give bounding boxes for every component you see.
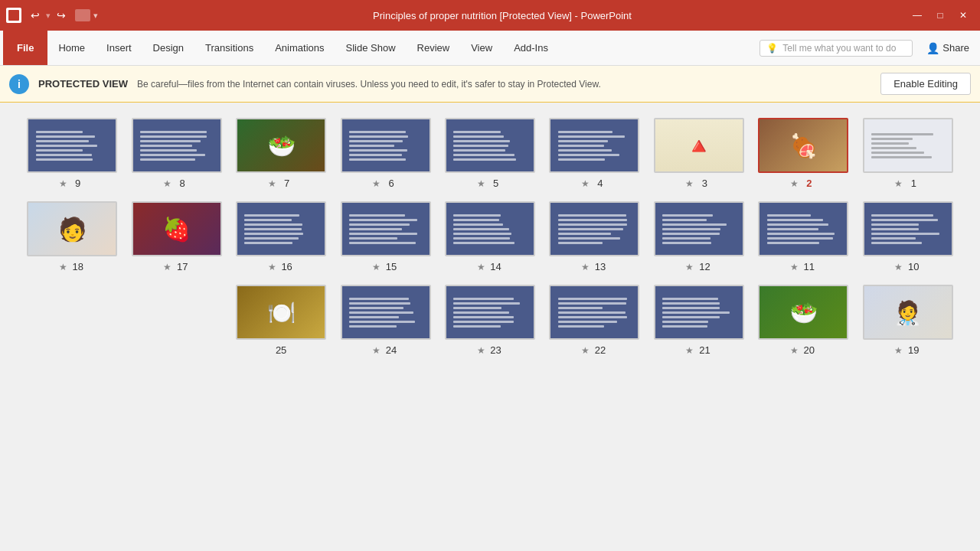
slide-thumb-9 <box>27 118 117 173</box>
slide-number: 10 <box>906 261 921 272</box>
star-icon: ★ <box>163 262 172 272</box>
undo-button[interactable]: ↩ <box>28 8 43 23</box>
slide-item-15[interactable]: ★15 <box>336 201 434 272</box>
star-icon: ★ <box>477 262 485 272</box>
slide-thumb-3: 🔺 <box>654 118 744 173</box>
tab-addins[interactable]: Add-Ins <box>503 31 559 65</box>
slide-thumb-13 <box>549 201 639 256</box>
slide-item-10[interactable]: ★10 <box>859 201 957 272</box>
slide-meta-10: ★10 <box>894 261 921 272</box>
slide-meta-24: ★24 <box>372 344 399 356</box>
slide-number: 2 <box>802 178 817 189</box>
star-icon: ★ <box>894 345 903 356</box>
slide-meta-9: ★9 <box>59 178 86 189</box>
slide-item-25[interactable]: 🍽️25 <box>232 285 330 356</box>
slide-thumb-8 <box>132 118 222 173</box>
slide-item-21[interactable]: ★21 <box>650 285 748 356</box>
slide-thumb-1 <box>863 118 953 173</box>
slide-thumb-2: 🍖 <box>758 118 848 173</box>
slide-item-18[interactable]: 🧑★18 <box>23 201 121 272</box>
window-controls: — □ ✕ <box>906 7 974 24</box>
redo-button[interactable]: ↪ <box>54 8 69 23</box>
slide-meta-1: ★1 <box>894 178 921 189</box>
slide-thumb-15 <box>341 201 431 256</box>
slide-number: 13 <box>593 261 608 272</box>
tab-home[interactable]: Home <box>47 31 96 65</box>
slide-thumb-21 <box>654 285 744 340</box>
slide-item-23[interactable]: ★23 <box>441 285 539 356</box>
slide-meta-25: 25 <box>273 344 289 356</box>
search-placeholder: Tell me what you want to do <box>782 43 896 54</box>
enable-editing-button[interactable]: Enable Editing <box>880 73 971 95</box>
tab-transitions[interactable]: Transitions <box>194 31 264 65</box>
maximize-button[interactable]: □ <box>929 7 951 24</box>
slide-item-14[interactable]: ★14 <box>441 201 539 272</box>
star-icon: ★ <box>894 178 903 189</box>
slide-item-13[interactable]: ★13 <box>545 201 643 272</box>
tab-file[interactable]: File <box>3 31 47 65</box>
star-icon: ★ <box>581 262 590 272</box>
slide-item-12[interactable]: ★12 <box>650 201 748 272</box>
slide-meta-3: ★3 <box>685 178 712 189</box>
slide-thumb-22 <box>549 285 639 340</box>
slide-thumb-5 <box>445 118 535 173</box>
slide-item-22[interactable]: ★22 <box>545 285 643 356</box>
slide-number: 4 <box>593 178 608 189</box>
slide-item-6[interactable]: ★6 <box>336 118 434 189</box>
tab-review[interactable]: Review <box>407 31 461 65</box>
star-icon: ★ <box>581 178 590 189</box>
title-bar: ↩ ▾ ↪ ▾ Principles of proper nutrition [… <box>0 0 980 31</box>
close-button[interactable]: ✕ <box>952 7 974 24</box>
tab-design[interactable]: Design <box>142 31 194 65</box>
slide-number: 18 <box>70 261 86 272</box>
slide-thumb-10 <box>863 201 953 256</box>
slide-thumb-6 <box>341 118 431 173</box>
undo-dropdown[interactable]: ▾ <box>46 11 51 21</box>
slide-meta-5: ★5 <box>477 178 504 189</box>
slide-item-16[interactable]: ★16 <box>232 201 330 272</box>
slide-thumb-20: 🥗 <box>758 285 848 340</box>
slide-thumb-16 <box>236 201 326 256</box>
slide-number: 11 <box>802 261 817 272</box>
tab-slideshow[interactable]: Slide Show <box>335 31 407 65</box>
slide-item-19[interactable]: 🧑‍⚕️★19 <box>859 285 957 356</box>
star-icon: ★ <box>685 178 694 189</box>
slide-meta-15: ★15 <box>372 261 399 272</box>
slide-item-1[interactable]: ★1 <box>859 118 957 189</box>
slide-item-9[interactable]: ★9 <box>23 118 121 189</box>
slide-meta-8: ★8 <box>163 178 190 189</box>
slide-item-8[interactable]: ★8 <box>127 118 225 189</box>
undo-redo-group: ↩ ▾ ↪ ▾ <box>28 8 98 23</box>
slide-meta-17: ★17 <box>163 261 190 272</box>
slide-item-3[interactable]: 🔺★3 <box>650 118 748 189</box>
slide-meta-22: ★22 <box>581 344 608 356</box>
slide-meta-13: ★13 <box>581 261 608 272</box>
tab-insert[interactable]: Insert <box>96 31 142 65</box>
star-icon: ★ <box>685 345 694 356</box>
window-title: Principles of proper nutrition [Protecte… <box>98 10 906 21</box>
star-icon: ★ <box>372 178 381 189</box>
slide-item-20[interactable]: 🥗★20 <box>754 285 852 356</box>
minimize-button[interactable]: — <box>906 7 928 24</box>
slide-item-2[interactable]: 🍖★2 <box>754 118 852 189</box>
star-icon: ★ <box>790 345 799 356</box>
slides-area: ★1🍖★2🔺★3★4★5★6🥗★7★8★9★10★11★12★13★14★15★… <box>0 103 980 551</box>
star-icon: ★ <box>790 178 799 189</box>
slide-number: 25 <box>273 344 289 356</box>
slide-meta-11: ★11 <box>790 261 817 272</box>
tab-view[interactable]: View <box>460 31 503 65</box>
ribbon: File Home Insert Design Transitions Anim… <box>0 31 980 66</box>
share-button[interactable]: 👤 Share <box>919 39 977 57</box>
slide-item-24[interactable]: ★24 <box>336 285 434 356</box>
tab-animations[interactable]: Animations <box>264 31 335 65</box>
slide-item-7[interactable]: 🥗★7 <box>232 118 330 189</box>
slide-item-4[interactable]: ★4 <box>545 118 643 189</box>
slide-item-17[interactable]: 🍓★17 <box>127 201 225 272</box>
slide-meta-19: ★19 <box>894 344 921 356</box>
slide-item-5[interactable]: ★5 <box>441 118 539 189</box>
protected-view-bar: i PROTECTED VIEW Be careful—files from t… <box>0 66 980 103</box>
search-box[interactable]: 💡 Tell me what you want to do <box>760 40 913 57</box>
slide-item-11[interactable]: ★11 <box>754 201 852 272</box>
slide-number: 6 <box>384 178 399 189</box>
quick-access-icon <box>75 9 90 21</box>
